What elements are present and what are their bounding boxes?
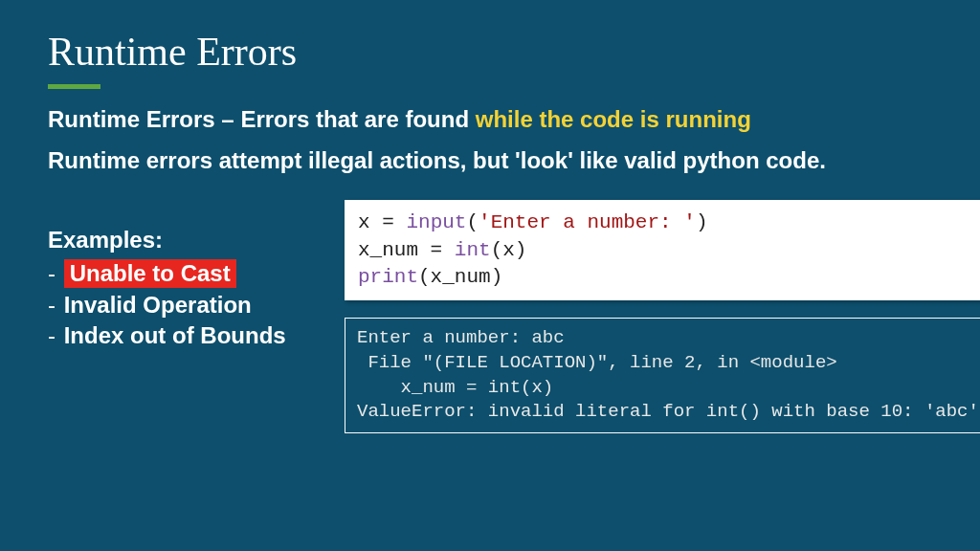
definition-line: Runtime Errors – Errors that are found w… [48,106,932,134]
examples-column: Examples: - Unable to Cast - Invalid Ope… [48,200,316,433]
code-text: (x_num) [418,266,502,288]
slide-title: Runtime Errors [48,29,932,75]
code-text: (x) [491,239,527,261]
title-underline [48,84,100,89]
output-block: Enter a number: abc File "(FILE LOCATION… [345,318,980,433]
example-text: Invalid Operation [64,292,252,318]
subtext: Runtime errors attempt illegal actions, … [48,147,932,174]
code-keyword: print [358,266,418,288]
code-block: x = input('Enter a number: ') x_num = in… [345,200,980,300]
example-item: - Invalid Operation [48,292,316,319]
bullet-dash: - [48,260,62,286]
code-text: x = [358,211,406,233]
code-keyword: input [406,211,466,233]
example-item: - Unable to Cast [48,259,316,288]
code-text: x_num = [358,239,455,261]
code-string: 'Enter a number: ' [479,211,696,233]
example-item: - Index out of Bounds [48,322,316,349]
code-text: ) [696,211,708,233]
examples-heading: Examples: [48,227,316,253]
code-text: ( [466,211,479,233]
definition-prefix: Runtime Errors – Errors that are found [48,106,476,132]
bullet-dash: - [48,292,62,318]
bullet-dash: - [48,322,62,348]
code-keyword: int [455,239,491,261]
example-text: Index out of Bounds [64,322,286,348]
example-text-highlighted: Unable to Cast [64,259,236,288]
definition-emphasis: while the code is running [476,106,751,132]
